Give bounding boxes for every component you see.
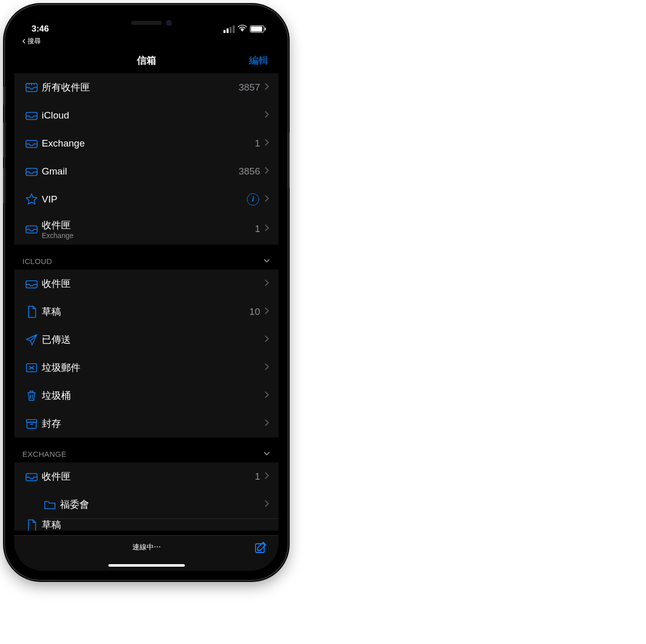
cellular-signal-icon (223, 25, 235, 33)
mailbox-inbox-exchange[interactable]: 收件匣 Exchange 1 (14, 213, 278, 245)
junk-icon (21, 361, 42, 375)
volume-up-button (3, 122, 6, 158)
document-icon (21, 305, 42, 319)
screen: 3:46 搜尋 信箱 編輯 (14, 14, 278, 571)
front-camera (166, 20, 172, 26)
edit-button[interactable]: 編輯 (249, 54, 268, 67)
row-label: 已傳送 (42, 333, 264, 346)
chevron-right-icon (264, 307, 269, 317)
home-indicator[interactable] (108, 564, 185, 567)
chevron-right-icon (264, 391, 269, 401)
phone-frame: 3:46 搜尋 信箱 編輯 (5, 5, 288, 580)
inbox-icon (21, 108, 42, 123)
row-label: 垃圾桶 (42, 389, 264, 402)
section-title: ICLOUD (22, 257, 52, 266)
inbox-icon (21, 222, 42, 236)
mailbox-list[interactable]: 所有收件匣 3857 iCloud Exchange 1 (14, 73, 278, 535)
back-to-search[interactable]: 搜尋 (21, 37, 41, 46)
chevron-down-icon (263, 450, 270, 458)
icloud-junk[interactable]: 垃圾郵件 (14, 354, 278, 382)
row-count: 1 (255, 223, 260, 235)
section-header-exchange[interactable]: EXCHANGE (14, 437, 278, 462)
chevron-right-icon (264, 82, 269, 93)
row-count: 3857 (239, 82, 260, 93)
row-count: 1 (255, 138, 260, 149)
mailbox-icloud[interactable]: iCloud (14, 101, 278, 129)
speaker (131, 21, 162, 25)
inbox-icon (21, 136, 42, 151)
side-button (287, 132, 290, 188)
row-label: 草稿 (42, 518, 269, 531)
row-label: iCloud (42, 110, 264, 121)
all-inbox-icon (21, 80, 42, 95)
trash-icon (21, 389, 42, 403)
svg-rect-8 (27, 422, 36, 428)
chevron-right-icon (264, 166, 269, 177)
row-sublabel: Exchange (42, 231, 255, 240)
compose-button[interactable] (254, 541, 267, 556)
icloud-drafts[interactable]: 草稿 10 (14, 298, 278, 326)
chevron-right-icon (264, 110, 269, 121)
row-count: 1 (255, 471, 260, 482)
wifi-icon (238, 24, 247, 34)
battery-icon (250, 25, 264, 33)
icloud-trash[interactable]: 垃圾桶 (14, 382, 278, 409)
notch (93, 14, 200, 32)
row-label: 所有收件匣 (42, 81, 239, 94)
icloud-sent[interactable]: 已傳送 (14, 326, 278, 354)
exchange-inbox[interactable]: 收件匣 1 (14, 462, 278, 490)
chevron-right-icon (264, 279, 269, 289)
chevron-right-icon (264, 419, 269, 429)
row-label: 福委會 (60, 498, 264, 511)
inbox-icon (21, 277, 42, 291)
chevron-right-icon (264, 224, 269, 234)
mailbox-vip[interactable]: VIP i (14, 185, 278, 213)
row-count: 3856 (239, 166, 260, 177)
row-label: Exchange (42, 138, 255, 149)
row-label: 垃圾郵件 (42, 361, 264, 374)
status-right (223, 24, 264, 34)
exchange-drafts-partial[interactable]: 草稿 (14, 518, 278, 531)
section-header-icloud[interactable]: ICLOUD (14, 245, 278, 270)
chevron-right-icon (264, 335, 269, 345)
toolbar-status: 連線中⋯ (132, 543, 161, 552)
mailbox-exchange[interactable]: Exchange 1 (14, 129, 278, 157)
chevron-right-icon (264, 472, 269, 482)
info-icon[interactable]: i (247, 193, 259, 206)
chevron-right-icon (264, 194, 269, 204)
back-label: 搜尋 (27, 37, 41, 46)
row-label: 收件匣 (42, 219, 255, 232)
inbox-icon (21, 164, 42, 179)
row-label: Gmail (42, 166, 239, 177)
icloud-archive[interactable]: 封存 (14, 409, 278, 437)
row-label: 封存 (42, 417, 264, 430)
mute-switch (3, 86, 6, 105)
chevron-right-icon (264, 363, 269, 373)
exchange-subfolder[interactable]: 福委會 (14, 490, 278, 518)
chevron-right-icon (264, 138, 269, 149)
status-time: 3:46 (32, 24, 49, 34)
folder-icon (40, 497, 60, 512)
archive-icon (21, 417, 42, 431)
document-icon (21, 518, 42, 531)
chevron-down-icon (263, 257, 270, 266)
star-icon (21, 192, 42, 207)
nav-bar: 信箱 編輯 (14, 48, 278, 73)
row-count: 10 (249, 306, 260, 317)
icloud-inbox[interactable]: 收件匣 (14, 270, 278, 298)
row-label: 收件匣 (42, 277, 264, 290)
mailbox-gmail[interactable]: Gmail 3856 (14, 157, 278, 185)
row-label: 收件匣 (42, 470, 255, 483)
inbox-icon (21, 470, 42, 484)
row-label: 草稿 (42, 305, 249, 318)
volume-down-button (3, 168, 6, 203)
row-label: VIP (42, 194, 247, 205)
mailbox-all-inboxes[interactable]: 所有收件匣 3857 (14, 73, 278, 101)
chevron-left-icon (21, 39, 26, 44)
sent-icon (21, 333, 42, 347)
section-title: EXCHANGE (22, 450, 67, 458)
nav-title: 信箱 (137, 54, 156, 67)
chevron-right-icon (264, 500, 269, 510)
